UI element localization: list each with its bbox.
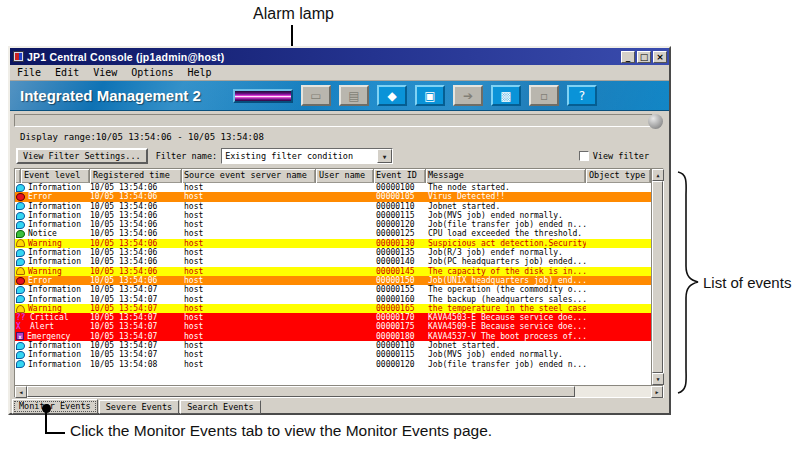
horizontal-scrollbar[interactable]: ◀ ▶ bbox=[15, 385, 663, 397]
event-row[interactable]: Information10/05 13:54:07host00000160The… bbox=[15, 295, 651, 304]
user-name-cell bbox=[316, 332, 374, 341]
vertical-scrollbar[interactable]: ▲ ▼ bbox=[651, 169, 663, 385]
vertical-scroll-thumb[interactable] bbox=[652, 181, 663, 373]
registered-time-cell: 10/05 13:54:07 bbox=[90, 313, 182, 322]
user-name-cell bbox=[316, 229, 374, 238]
registered-time-cell: 10/05 13:54:07 bbox=[90, 332, 182, 341]
col-user-name[interactable]: User name bbox=[316, 169, 374, 183]
info-icon bbox=[16, 184, 25, 192]
event-row[interactable]: XAlert10/05 13:54:07host00000175KAVA4509… bbox=[15, 322, 651, 331]
tab-search-events[interactable]: Search Events bbox=[180, 400, 261, 414]
horizontal-scroll-thumb[interactable] bbox=[27, 386, 575, 397]
horizontal-scroll-track[interactable] bbox=[575, 386, 651, 397]
table-body: Information10/05 13:54:06host00000100The… bbox=[15, 183, 651, 385]
status-strip bbox=[14, 114, 653, 127]
scroll-up-icon[interactable]: ▲ bbox=[652, 169, 664, 181]
info-icon bbox=[16, 295, 25, 303]
view-filter-label: View filter bbox=[593, 151, 649, 161]
message-cell: Suspicious act detection.Security bbox=[426, 239, 586, 248]
event-row[interactable]: ??Critical10/05 13:54:07host00000170KAVA… bbox=[15, 313, 651, 322]
chevron-down-icon[interactable]: ▼ bbox=[377, 149, 392, 163]
monitor-screen-button[interactable]: ▣ bbox=[415, 85, 445, 106]
window-title: JP1 Central Console (jp1admin@host) bbox=[27, 51, 225, 63]
pattern-button[interactable]: ▩ bbox=[491, 85, 521, 106]
source-server-cell: host bbox=[182, 322, 316, 331]
event-row[interactable]: Error10/05 13:54:06host00000150Job(UNIX … bbox=[15, 276, 651, 285]
event-id-cell: 00000130 bbox=[374, 239, 426, 248]
menu-help[interactable]: Help bbox=[187, 67, 211, 78]
alarm-lamp-button[interactable] bbox=[233, 89, 293, 103]
event-row[interactable]: Warning10/05 13:54:06host00000145The cap… bbox=[15, 267, 651, 276]
maximize-button[interactable]: □ bbox=[637, 51, 651, 63]
col-event-id[interactable]: Event ID bbox=[374, 169, 426, 183]
registered-time-cell: 10/05 13:54:07 bbox=[90, 350, 182, 359]
source-server-cell: host bbox=[182, 285, 316, 294]
event-output-button[interactable]: ▤ bbox=[339, 85, 369, 106]
event-row[interactable]: xEmergency10/05 13:54:07host00000180KAVA… bbox=[15, 332, 651, 341]
menu-file[interactable]: File bbox=[17, 67, 41, 78]
event-row[interactable]: Error10/05 13:54:06host00000105Virus Det… bbox=[15, 192, 651, 201]
info-icon bbox=[16, 202, 25, 210]
object-type-cell bbox=[586, 183, 651, 192]
warning-icon bbox=[16, 267, 25, 275]
object-type-cell bbox=[586, 304, 651, 313]
event-row[interactable]: Information10/05 13:54:06host00000100The… bbox=[15, 183, 651, 192]
view-filter-checkbox[interactable] bbox=[579, 151, 589, 161]
view-filter-settings-button[interactable]: View Filter Settings... bbox=[16, 148, 148, 164]
scroll-left-icon[interactable]: ◀ bbox=[15, 386, 27, 398]
col-event-level[interactable]: Event level bbox=[21, 169, 90, 183]
tab-severe-events[interactable]: Severe Events bbox=[99, 400, 180, 414]
status-ball-icon bbox=[648, 114, 663, 129]
source-server-cell: host bbox=[182, 304, 316, 313]
menu-edit[interactable]: Edit bbox=[55, 67, 79, 78]
object-type-cell bbox=[586, 248, 651, 257]
message-cell: The capacity of the disk is in... bbox=[426, 267, 586, 276]
source-server-cell: host bbox=[182, 350, 316, 359]
event-row[interactable]: Notice10/05 13:54:06host00000125CPU load… bbox=[15, 229, 651, 238]
message-cell: KAVA4537-V The boot process of... bbox=[426, 332, 586, 341]
event-id-cell: 00000115 bbox=[374, 211, 426, 220]
object-type-cell bbox=[586, 257, 651, 266]
title-bar[interactable]: JP1 Central Console (jp1admin@host) _ □ … bbox=[10, 48, 669, 65]
event-row[interactable]: Information10/05 13:54:07host00000155The… bbox=[15, 285, 651, 294]
event-row[interactable]: Information10/05 13:54:07host00000115Job… bbox=[15, 350, 651, 359]
event-acquire-button[interactable]: ▭ bbox=[301, 85, 331, 106]
tool-launcher-button[interactable]: ➔ bbox=[453, 85, 483, 106]
col-message[interactable]: Message bbox=[426, 169, 586, 183]
help-button[interactable]: ? bbox=[567, 85, 597, 106]
menu-options[interactable]: Options bbox=[131, 67, 173, 78]
registered-time-cell: 10/05 13:54:06 bbox=[90, 239, 182, 248]
tab-monitor-events[interactable]: Monitor Events bbox=[12, 399, 98, 414]
event-row[interactable]: Information10/05 13:54:06host00000110Job… bbox=[15, 202, 651, 211]
info-icon bbox=[16, 221, 25, 229]
user-name-cell bbox=[316, 295, 374, 304]
minimize-button[interactable]: _ bbox=[621, 51, 635, 63]
col-object-type[interactable]: Object type bbox=[586, 169, 651, 183]
display-range: Display range:10/05 13:54:06 - 10/05 13:… bbox=[20, 132, 669, 142]
event-row[interactable]: Information10/05 13:54:08host00000120Job… bbox=[15, 360, 651, 369]
col-registered-time[interactable]: Registered time bbox=[90, 169, 182, 183]
event-row[interactable]: Information10/05 13:54:06host00000140Job… bbox=[15, 257, 651, 266]
filter-name-dropdown[interactable]: Existing filter condition ▼ bbox=[221, 148, 393, 164]
event-level-cell: Information bbox=[15, 220, 90, 229]
event-row[interactable]: Warning10/05 13:54:06host00000130Suspici… bbox=[15, 239, 651, 248]
message-cell: Job(MVS job) ended normally. bbox=[426, 211, 586, 220]
event-row[interactable]: Information10/05 13:54:06host00000115Job… bbox=[15, 211, 651, 220]
message-cell: KAVA4503-E Because service doe... bbox=[426, 313, 586, 322]
visual-monitor-button[interactable]: ▫ bbox=[529, 85, 559, 106]
object-type-cell bbox=[586, 332, 651, 341]
event-row[interactable]: Information10/05 13:54:06host00000120Job… bbox=[15, 220, 651, 229]
col-source-event-server-name[interactable]: Source event server name bbox=[182, 169, 316, 183]
event-id-cell: 00000155 bbox=[374, 285, 426, 294]
source-server-cell: host bbox=[182, 276, 316, 285]
event-row[interactable]: Warning10/05 13:54:07host00000165the tem… bbox=[15, 304, 651, 313]
error-icon bbox=[16, 193, 25, 201]
close-button[interactable]: × bbox=[653, 51, 667, 63]
event-id-cell: 00000135 bbox=[374, 248, 426, 257]
event-row[interactable]: Information10/05 13:54:07host00000110Job… bbox=[15, 341, 651, 350]
central-scope-button[interactable]: ◆ bbox=[377, 85, 407, 106]
scroll-down-icon[interactable]: ▼ bbox=[652, 373, 664, 385]
scroll-right-icon[interactable]: ▶ bbox=[651, 386, 663, 398]
menu-view[interactable]: View bbox=[93, 67, 117, 78]
event-row[interactable]: Information10/05 13:54:06host00000135Job… bbox=[15, 248, 651, 257]
